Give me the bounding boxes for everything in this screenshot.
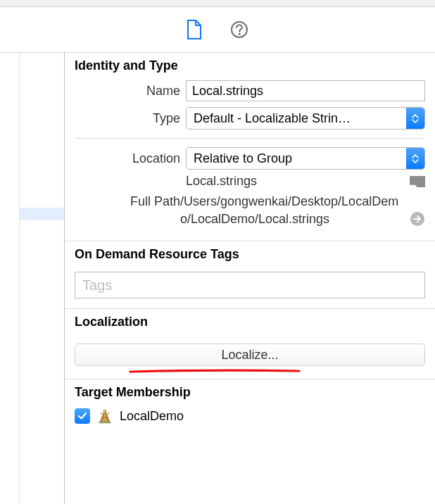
fullpath-value: /Users/gongwenkai/Desktop/LocalDemo/Loca… (180, 193, 405, 228)
type-popup[interactable]: Default - Localizable Strin… (186, 107, 425, 130)
svg-point-3 (103, 410, 106, 412)
file-inspector: Identity and Type Name Type Default - Lo… (65, 53, 435, 504)
inspector-toolbar (0, 7, 435, 53)
window-titlebar-fragment (0, 0, 435, 7)
svg-point-1 (239, 33, 241, 35)
help-tab-icon[interactable] (230, 20, 248, 39)
section-header-localization: Localization (65, 309, 435, 334)
location-filename: Local.strings (186, 174, 405, 189)
localize-button-label: Localize... (221, 348, 278, 363)
folder-icon[interactable] (410, 176, 425, 187)
target-name: LocalDemo (120, 409, 184, 424)
svg-rect-4 (99, 422, 111, 423)
popup-arrows-icon (406, 108, 424, 129)
target-checkbox[interactable] (75, 408, 90, 424)
ruler-gutter (0, 53, 20, 504)
name-field[interactable] (186, 80, 425, 101)
location-popup[interactable]: Relative to Group (186, 147, 425, 170)
location-popup-value: Relative to Group (187, 148, 406, 169)
reveal-arrow-icon[interactable] (410, 211, 425, 227)
divider (75, 138, 425, 139)
location-label: Location (75, 151, 180, 166)
target-row: LocalDemo (65, 404, 435, 428)
type-label: Type (75, 111, 180, 126)
navigator-selection (20, 208, 64, 220)
file-tab-icon[interactable] (187, 20, 202, 39)
tags-field[interactable] (75, 272, 425, 298)
fullpath-label: Full Path (75, 193, 180, 209)
popup-arrows-icon (406, 148, 424, 169)
navigator-pane-slice (20, 53, 65, 504)
section-header-odr: On Demand Resource Tags (65, 241, 435, 266)
type-popup-value: Default - Localizable Strin… (187, 108, 406, 129)
annotation-underline (128, 363, 301, 370)
section-header-identity: Identity and Type (65, 53, 435, 77)
app-icon (97, 408, 113, 424)
name-label: Name (75, 84, 180, 99)
section-header-target: Target Membership (65, 379, 435, 404)
